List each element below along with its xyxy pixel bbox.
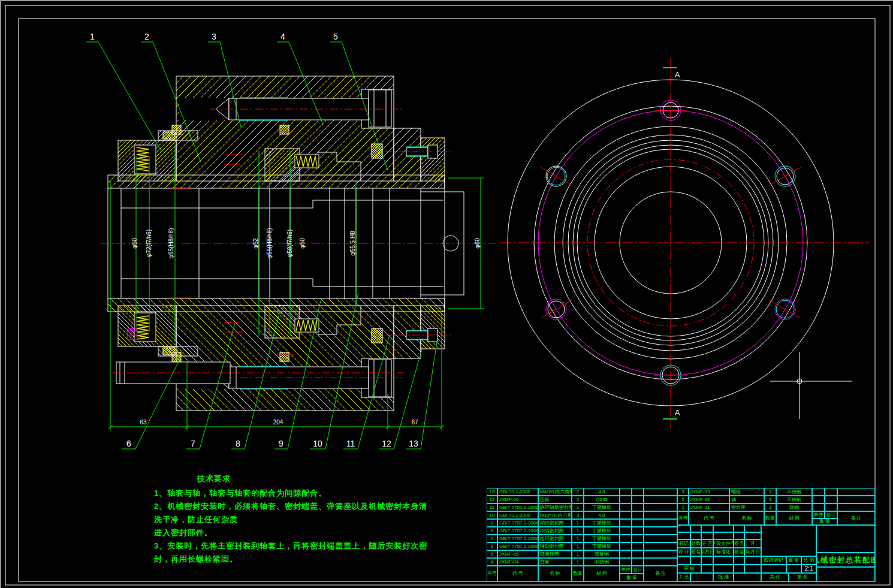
bom-row-cell: 11	[487, 503, 497, 511]
bom-row-cell	[632, 550, 644, 558]
bom-row-cell: 碳钢	[776, 503, 812, 511]
svg-text:4: 4	[280, 32, 285, 41]
drawing-scale: 2:1	[801, 565, 816, 573]
bom-row-cell: 密封座	[729, 503, 764, 511]
bom-row-cell: 4.8	[584, 511, 620, 519]
bom-row-cell	[644, 527, 677, 535]
bom-row-cell	[632, 519, 644, 527]
titleblock-label: (年月日)	[744, 548, 761, 556]
bom-row-cell: 10	[487, 511, 497, 519]
titleblock-cell	[734, 532, 744, 539]
bom-row-cell: 回转密封圈	[538, 527, 572, 535]
svg-text:6: 6	[126, 439, 131, 448]
titleblock-label: 标记	[677, 539, 690, 548]
bom-row-cell	[825, 488, 837, 496]
bom-row-cell: GB/T 7757.2-2006	[497, 503, 538, 511]
bom-row-cell	[644, 519, 677, 527]
bom-row-cell: M10*70 内六角螺栓	[538, 511, 572, 519]
tech-req-heading: 技术要求	[197, 472, 436, 486]
bom-row-cell: 2	[572, 496, 584, 503]
titleblock-cell	[713, 525, 734, 532]
bom-row-cell: 丁腈橡胶	[584, 542, 620, 550]
bom-row-cell	[825, 503, 837, 511]
bom-row-cell	[620, 511, 632, 519]
bom-row-cell: 不锈钢	[584, 558, 620, 566]
titleblock-label: (签名)	[690, 548, 701, 556]
bom-row-cell	[632, 527, 644, 535]
bom-row-cell	[644, 488, 677, 496]
svg-text:φ95(H8/h8): φ95(H8/h8)	[168, 228, 174, 259]
bom-row-cell: JXMF-05	[497, 550, 538, 558]
drawing-title: 机械密封总装配图	[816, 553, 875, 567]
bom-row-cell: 2	[572, 488, 584, 496]
bom-row-cell: 静环辅助密封圈	[538, 503, 572, 511]
titleblock-label: (年月日)	[701, 548, 713, 556]
bom-row-cell: GB/T 7757.2-2006	[497, 527, 538, 535]
bom-row-cell: 3	[677, 488, 689, 496]
bom-row-cell: JXMF-03	[689, 488, 729, 496]
titleblock-label: 重 量	[786, 556, 801, 565]
svg-text:A: A	[675, 408, 680, 417]
bom-row-cell: 轴	[729, 496, 764, 503]
titleblock-cell	[761, 525, 816, 556]
bom-header-cell: 序号	[487, 566, 497, 581]
bom-row-cell	[812, 496, 825, 503]
titleblock-cell	[713, 565, 734, 573]
bom-row-cell: 不锈钢	[776, 488, 812, 496]
titleblock-label: 工 艺	[677, 573, 690, 581]
bom-header-cell: 总计	[825, 511, 837, 518]
bom-row-cell: 弹簧钢	[584, 550, 620, 558]
svg-text:A: A	[675, 70, 680, 79]
titleblock-cell	[734, 525, 744, 532]
titleblock-cell	[816, 525, 875, 553]
svg-text:7: 7	[191, 439, 195, 448]
bom-row-cell	[632, 535, 644, 542]
bom-row-cell: Q235	[584, 496, 620, 503]
bom-header-cell: 数量	[572, 566, 584, 581]
titleblock-cell	[744, 532, 761, 539]
titleblock-cell	[690, 525, 701, 532]
titleblock-label: 比 例	[801, 556, 816, 565]
bom-row-cell: 弹簧压圈	[538, 550, 572, 558]
titleblock-label: (签名)	[734, 548, 744, 556]
titleblock-cell	[816, 567, 875, 581]
titleblock-cell	[690, 556, 701, 565]
titleblock-cell	[713, 532, 734, 539]
bom-header-cell: 名 称	[538, 566, 572, 581]
svg-text:12: 12	[382, 439, 391, 448]
bom-row-cell: 3	[572, 511, 584, 519]
bom-row-cell	[620, 527, 632, 535]
titleblock-cell	[677, 525, 690, 532]
bom-row-cell	[620, 503, 632, 511]
svg-text:8: 8	[236, 439, 240, 448]
bom-row-cell: 不锈钢	[776, 496, 812, 503]
bom-row-cell	[620, 550, 632, 558]
bom-row-cell	[620, 496, 632, 503]
titleblock-cell	[744, 556, 761, 565]
bom-row-cell	[632, 511, 644, 519]
tech-req-line: 3、安装时，先将主密封装到轴套上，再将密封端盖盖上，随后安装好次密封，再用长螺栓…	[154, 539, 436, 566]
titleblock-label: 第 张	[789, 573, 816, 581]
bom-row-cell	[644, 511, 677, 519]
bom-header-cell: 数量	[764, 511, 776, 525]
titleblock-cell	[761, 565, 786, 573]
titleblock-label: 批 准	[713, 573, 734, 581]
bom-row-cell: 丁腈橡胶	[584, 527, 620, 535]
bom-row-cell	[644, 558, 677, 566]
bom-row-cell	[812, 488, 825, 496]
bom-row-cell	[632, 496, 644, 503]
titleblock-cell	[677, 532, 690, 539]
bom-row-cell	[837, 503, 875, 511]
bom-row-cell	[620, 519, 632, 527]
titleblock-label: 标准化	[713, 548, 734, 556]
technical-requirements: 技术要求 1、轴套与轴，轴套与轴套的配合为间隙配合。 2、机械密封安装时，必须将…	[154, 472, 436, 566]
bom-row-cell	[620, 488, 632, 496]
bom-header-cell: 材 料	[776, 511, 812, 525]
titleblock-label: 分 区	[701, 539, 713, 548]
bom-row-cell: 1	[572, 535, 584, 542]
bom-row-cell: 4	[487, 558, 497, 566]
bom-row-cell	[632, 542, 644, 550]
svg-text:φ58(f7/h6): φ58(f7/h6)	[286, 230, 293, 258]
bom-row-cell: 1	[764, 503, 776, 511]
bom-row-cell: 1	[764, 496, 776, 503]
